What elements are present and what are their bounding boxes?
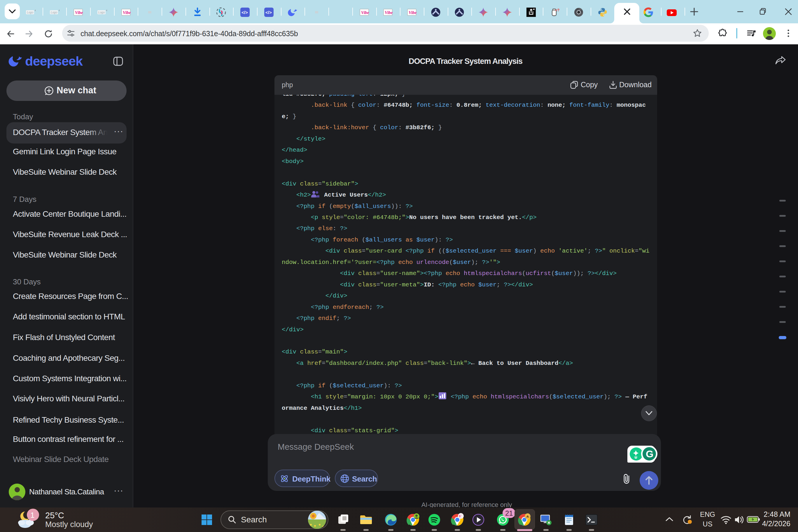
svg-text:Vibe: Vibe <box>385 10 393 15</box>
svg-text:</>: </> <box>242 10 248 15</box>
svg-text:Vibe: Vibe <box>75 10 83 15</box>
svg-text:Logo: Logo <box>98 11 105 14</box>
svg-text:Logo: Logo <box>27 11 34 14</box>
svg-text:Vibe: Vibe <box>361 10 369 15</box>
svg-text:Vibe: Vibe <box>408 10 417 15</box>
svg-text:<?: <? <box>555 8 559 12</box>
svg-text:V: V <box>459 514 461 518</box>
svg-text:Vibe: Vibe <box>123 10 131 15</box>
svg-text:Logo: Logo <box>51 11 57 14</box>
svg-text:</>: </> <box>265 10 272 15</box>
